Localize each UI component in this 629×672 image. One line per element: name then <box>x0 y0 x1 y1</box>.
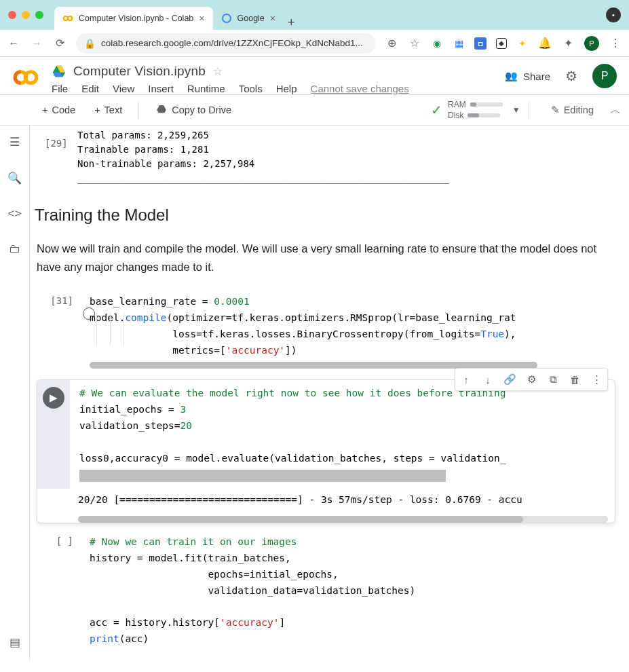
exec-count: [29] <box>45 138 68 149</box>
link-cell-icon[interactable]: 🔗 <box>500 370 519 389</box>
add-text-button[interactable]: + Text <box>86 100 130 119</box>
move-up-icon[interactable]: ↑ <box>457 370 476 389</box>
reload-button[interactable]: ⟳ <box>53 37 66 50</box>
back-button[interactable]: ← <box>7 37 20 50</box>
close-window-button[interactable] <box>8 11 16 19</box>
bookmark-star-icon[interactable]: ☆ <box>408 37 421 50</box>
svg-point-2 <box>223 14 231 22</box>
code-editor[interactable]: base_learning_rate = 0.0001 model.compil… <box>90 294 615 359</box>
resources-dropdown-icon[interactable]: ▼ <box>512 105 520 115</box>
add-code-button[interactable]: + Code <box>34 100 83 119</box>
pencil-icon: ✎ <box>551 105 560 115</box>
browser-menu-icon[interactable]: ⋮ <box>609 37 622 50</box>
extension-icon[interactable]: ◘ <box>474 37 487 50</box>
svg-point-0 <box>64 16 68 20</box>
star-icon[interactable]: ☆ <box>212 64 223 79</box>
connected-check-icon: ✓ <box>431 102 442 118</box>
exec-count: [ ] <box>43 536 73 546</box>
maximize-window-button[interactable] <box>35 11 43 19</box>
address-bar[interactable]: 🔒 colab.research.google.com/drive/1ZZXnC… <box>76 33 375 54</box>
menu-tools[interactable]: Tools <box>239 83 263 94</box>
selection-highlight <box>79 470 446 482</box>
minimize-window-button[interactable] <box>22 11 30 19</box>
code-editor[interactable]: # Now we can train it on our images hist… <box>90 534 615 648</box>
markdown-cell: ▼Training the Model Now we will train an… <box>37 206 615 276</box>
window-controls <box>8 11 43 19</box>
colab-logo-icon[interactable] <box>12 64 39 91</box>
move-down-icon[interactable]: ↓ <box>478 370 497 389</box>
zoom-icon[interactable]: ⊕ <box>385 37 398 50</box>
browser-toolbar: ← → ⟳ 🔒 colab.research.google.com/drive/… <box>0 30 629 57</box>
menu-file[interactable]: File <box>52 83 68 94</box>
menu-edit[interactable]: Edit <box>81 83 99 94</box>
menu-insert[interactable]: Insert <box>148 83 174 94</box>
separator <box>138 101 139 119</box>
extension-icon[interactable]: ◆ <box>496 38 507 49</box>
collapse-header-icon[interactable]: ︿ <box>610 103 621 117</box>
tab-label: Computer Vision.ipynb - Colab <box>79 14 193 23</box>
tab-google[interactable]: Google × <box>213 7 284 30</box>
svg-point-4 <box>25 72 37 83</box>
profile-avatar[interactable]: P <box>584 36 599 51</box>
window-titlebar: Computer Vision.ipynb - Colab × Google ×… <box>0 0 629 30</box>
close-tab-icon[interactable]: × <box>270 13 275 24</box>
drive-small-icon <box>155 103 168 117</box>
horizontal-scrollbar[interactable] <box>78 516 608 523</box>
delete-cell-icon[interactable]: 🗑 <box>565 370 584 389</box>
terminal-icon[interactable]: ▤ <box>9 635 20 650</box>
notifications-icon[interactable]: 🔔 <box>538 37 552 50</box>
cell-gutter: ▶ <box>37 380 70 489</box>
separator <box>529 101 529 119</box>
document-title[interactable]: Computer Vision.ipynb <box>73 64 206 79</box>
people-icon: 👥 <box>505 70 518 82</box>
editing-mode-button[interactable]: ✎ Editing <box>551 105 594 115</box>
drive-icon <box>52 64 66 79</box>
cell-output: 20/20 [==============================] -… <box>37 489 615 512</box>
files-icon[interactable]: 🗀 <box>9 242 20 256</box>
browser-tabs: Computer Vision.ipynb - Colab × Google ×… <box>54 0 606 30</box>
extension-icon[interactable]: ✦ <box>516 37 529 50</box>
menu-view[interactable]: View <box>113 83 134 94</box>
extensions-puzzle-icon[interactable]: ✦ <box>561 37 575 50</box>
save-status[interactable]: Cannot save changes <box>311 83 409 94</box>
settings-gear-icon[interactable]: ⚙ <box>565 68 577 84</box>
menu-bar: File Edit View Insert Runtime Tools Help… <box>52 83 493 94</box>
cell-toolbar: ↑ ↓ 🔗 ⚙ ⧉ 🗑 ⋮ <box>455 368 608 391</box>
browser-profile-icon[interactable]: • <box>606 7 621 22</box>
output-cell: [29] Total params: 2,259,265 Trainable p… <box>37 128 615 185</box>
share-label: Share <box>523 71 550 82</box>
code-editor[interactable]: # We can evaluate the model right now to… <box>70 380 615 489</box>
tab-label: Google <box>237 14 265 23</box>
code-cell-empty[interactable]: [ ] # Now we can train it on our images … <box>37 534 615 648</box>
active-code-cell[interactable]: ↑ ↓ 🔗 ⚙ ⧉ 🗑 ⋮ ▶ # We can evaluate the mo… <box>37 379 615 523</box>
toc-icon[interactable]: ☰ <box>9 135 20 149</box>
new-tab-button[interactable]: + <box>288 16 295 30</box>
share-button[interactable]: 👥 Share <box>505 70 550 82</box>
output-text: Total params: 2,259,265 Trainable params… <box>77 128 615 185</box>
extension-icon[interactable]: ◉ <box>431 37 443 50</box>
left-sidebar: ☰ 🔍 <> 🗀 ▤ <box>0 126 30 660</box>
notebook-content[interactable]: [29] Total params: 2,259,265 Trainable p… <box>30 126 629 660</box>
cell-menu-icon[interactable]: ⋮ <box>587 370 606 389</box>
copy-to-drive-button[interactable]: Copy to Drive <box>147 99 240 122</box>
svg-point-1 <box>68 16 72 20</box>
url-text: colab.research.google.com/drive/1ZZXnCjF… <box>101 38 363 48</box>
run-cell-button[interactable]: ▶ <box>43 387 64 409</box>
menu-help[interactable]: Help <box>276 83 297 94</box>
close-tab-icon[interactable]: × <box>199 13 204 24</box>
code-snippets-icon[interactable]: <> <box>8 207 22 221</box>
section-paragraph: Now we will train and compile the model.… <box>37 240 615 276</box>
extension-icon[interactable]: ▦ <box>453 37 465 50</box>
search-icon[interactable]: 🔍 <box>7 171 22 185</box>
exec-count: [31] <box>43 295 73 306</box>
user-avatar[interactable]: P <box>592 64 617 88</box>
cell-settings-icon[interactable]: ⚙ <box>522 370 541 389</box>
mirror-cell-icon[interactable]: ⧉ <box>544 370 563 389</box>
colab-header: Computer Vision.ipynb ☆ File Edit View I… <box>0 57 629 94</box>
colab-favicon-icon <box>62 13 73 24</box>
lock-icon: 🔒 <box>84 38 96 49</box>
menu-runtime[interactable]: Runtime <box>187 83 225 94</box>
action-bar: + Code + Text Copy to Drive ✓ RAM Disk ▼… <box>0 94 629 126</box>
code-cell-31[interactable]: [31] base_learning_rate = 0.0001 model.c… <box>37 294 615 369</box>
tab-colab[interactable]: Computer Vision.ipynb - Colab × <box>54 7 213 30</box>
